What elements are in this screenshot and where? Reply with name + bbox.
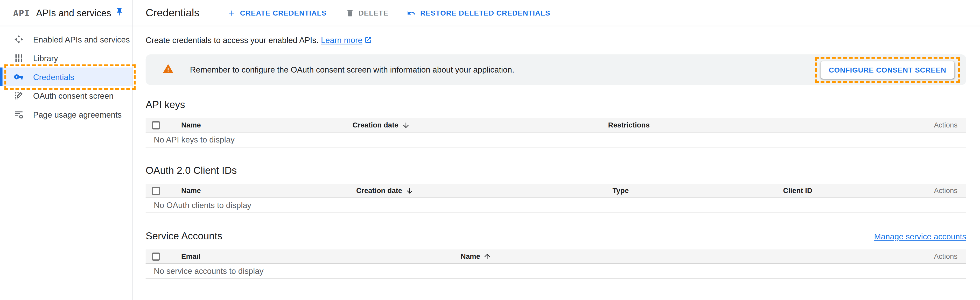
main-area: Credentials CREATE CREDENTIALS DELETE RE… bbox=[133, 0, 980, 279]
oauth-empty-row: No OAuth clients to display bbox=[146, 198, 966, 213]
arrow-up-icon bbox=[483, 252, 491, 260]
service-accounts-section-head: Service Accounts Manage service accounts bbox=[146, 230, 966, 242]
manage-service-accounts-link[interactable]: Manage service accounts bbox=[874, 232, 966, 241]
select-all-checkbox[interactable] bbox=[152, 252, 160, 260]
banner-message: Remember to configure the OAuth consent … bbox=[190, 65, 514, 75]
oauth-title: OAuth 2.0 Client IDs bbox=[146, 165, 237, 176]
service-accounts-title: Service Accounts bbox=[146, 230, 223, 242]
page-title: Credentials bbox=[146, 6, 199, 19]
column-header-creation-date[interactable]: Creation date bbox=[356, 187, 612, 195]
api-keys-section-head: API keys bbox=[146, 100, 966, 111]
sidebar-item-label: Credentials bbox=[33, 72, 75, 82]
oauth-section-head: OAuth 2.0 Client IDs bbox=[146, 165, 966, 176]
sidebar-item-credentials[interactable]: Credentials bbox=[0, 68, 132, 86]
create-credentials-label: CREATE CREDENTIALS bbox=[240, 9, 327, 17]
annotation-box-consent-button: CONFIGURE CONSENT SCREEN bbox=[815, 57, 960, 83]
column-header-actions: Actions bbox=[934, 187, 966, 194]
arrow-down-icon bbox=[402, 121, 410, 129]
sidebar-nav: Enabled APIs and services Library Creden… bbox=[0, 26, 132, 124]
column-header-email: Email bbox=[175, 252, 461, 260]
library-icon bbox=[14, 53, 24, 63]
page-header-title: APIs and services bbox=[36, 8, 111, 18]
restore-label: RESTORE DELETED CREDENTIALS bbox=[420, 9, 550, 17]
intro-text: Create credentials to access your enable… bbox=[146, 36, 966, 46]
api-keys-title: API keys bbox=[146, 100, 185, 111]
trash-icon bbox=[345, 8, 354, 17]
name-label: Name bbox=[461, 252, 480, 260]
sidebar-item-library[interactable]: Library bbox=[0, 49, 132, 67]
warning-icon bbox=[162, 63, 174, 76]
external-link-icon bbox=[364, 36, 372, 46]
pin-icon bbox=[115, 8, 124, 18]
delete-button[interactable]: DELETE bbox=[345, 8, 388, 17]
pin-button[interactable] bbox=[115, 8, 124, 18]
page-usage-icon bbox=[14, 110, 24, 119]
api-keys-empty-row: No API keys to display bbox=[146, 132, 966, 148]
column-header-type: Type bbox=[612, 187, 783, 194]
sidebar-item-oauth-consent[interactable]: OAuth consent screen bbox=[0, 86, 132, 105]
sidebar-item-label: Library bbox=[33, 53, 58, 63]
select-all-checkbox[interactable] bbox=[152, 121, 160, 129]
service-accounts-empty-row: No service accounts to display bbox=[146, 264, 966, 279]
create-credentials-button[interactable]: CREATE CREDENTIALS bbox=[227, 8, 327, 17]
sidebar-item-label: Enabled APIs and services bbox=[33, 35, 130, 44]
service-accounts-empty-text: No service accounts to display bbox=[154, 266, 263, 276]
oauth-table-header: Name Creation date Type Client ID Action… bbox=[146, 184, 966, 198]
api-logo: API bbox=[13, 8, 30, 18]
column-header-name[interactable]: Name bbox=[461, 252, 916, 260]
consent-warning-banner: Remember to configure the OAuth consent … bbox=[146, 54, 966, 85]
api-keys-table-header: Name Creation date Restrictions Actions bbox=[146, 118, 966, 132]
column-header-name: Name bbox=[175, 187, 356, 194]
toolbar: Credentials CREATE CREDENTIALS DELETE RE… bbox=[133, 0, 980, 26]
select-all-checkbox[interactable] bbox=[152, 187, 160, 195]
oauth-empty-text: No OAuth clients to display bbox=[154, 200, 251, 210]
creation-date-label: Creation date bbox=[356, 187, 402, 194]
arrow-down-icon bbox=[405, 187, 413, 195]
sidebar-item-enabled-apis[interactable]: Enabled APIs and services bbox=[0, 30, 132, 49]
enabled-apis-icon bbox=[14, 35, 24, 44]
service-accounts-table-header: Email Name Actions bbox=[146, 249, 966, 264]
sidebar: API APIs and services Enabled APIs and s… bbox=[0, 0, 133, 300]
configure-consent-screen-button[interactable]: CONFIGURE CONSENT SCREEN bbox=[821, 61, 955, 78]
learn-more-label: Learn more bbox=[321, 36, 363, 45]
column-header-restrictions: Restrictions bbox=[608, 121, 916, 129]
oauth-consent-icon bbox=[14, 90, 24, 101]
sidebar-item-label: Page usage agreements bbox=[33, 110, 122, 119]
undo-icon bbox=[407, 8, 416, 17]
column-header-name: Name bbox=[175, 121, 353, 129]
intro-sentence: Create credentials to access your enable… bbox=[146, 36, 319, 45]
creation-date-label: Creation date bbox=[353, 121, 398, 129]
column-header-client-id: Client ID bbox=[783, 187, 916, 194]
restore-deleted-credentials-button[interactable]: RESTORE DELETED CREDENTIALS bbox=[407, 8, 550, 17]
api-keys-empty-text: No API keys to display bbox=[154, 135, 235, 144]
credentials-page: API APIs and services Enabled APIs and s… bbox=[0, 0, 980, 300]
sidebar-item-label: OAuth consent screen bbox=[33, 91, 113, 100]
plus-icon bbox=[227, 8, 235, 17]
column-header-actions: Actions bbox=[934, 121, 966, 129]
sidebar-header: API APIs and services bbox=[0, 0, 132, 26]
learn-more-link[interactable]: Learn more bbox=[321, 36, 372, 45]
delete-label: DELETE bbox=[358, 9, 388, 17]
sidebar-item-page-usage[interactable]: Page usage agreements bbox=[0, 105, 132, 124]
column-header-actions: Actions bbox=[934, 252, 966, 260]
content: Create credentials to access your enable… bbox=[133, 36, 980, 279]
key-icon bbox=[14, 72, 24, 82]
column-header-creation-date[interactable]: Creation date bbox=[353, 121, 608, 129]
